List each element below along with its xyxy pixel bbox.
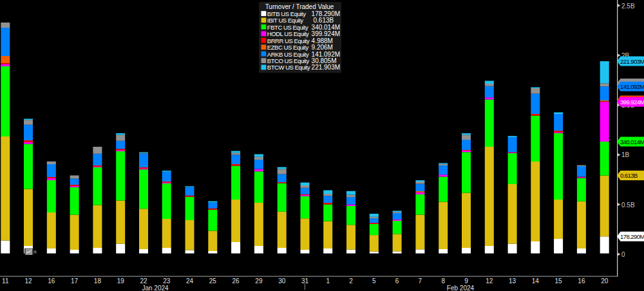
- svg-text:11: 11: [2, 277, 9, 285]
- svg-text:Jan 2024: Jan 2024: [142, 285, 169, 291]
- svg-text:178.290M: 178.290M: [312, 10, 340, 17]
- svg-text:EZBC US Equity: EZBC US Equity: [267, 44, 309, 51]
- svg-text:399.924M: 399.924M: [312, 30, 340, 37]
- svg-text:6: 6: [395, 277, 399, 285]
- svg-text:178.290M: 178.290M: [620, 233, 644, 240]
- svg-text:141.092M: 141.092M: [312, 51, 340, 58]
- svg-text:Turnover / Traded Value: Turnover / Traded Value: [265, 3, 334, 10]
- svg-text:221.903M: 221.903M: [312, 64, 340, 71]
- svg-text:4.988M: 4.988M: [312, 37, 333, 44]
- svg-text:20: 20: [601, 277, 609, 285]
- svg-text:13: 13: [509, 277, 516, 285]
- svg-text:1: 1: [326, 277, 330, 285]
- svg-text:9: 9: [464, 277, 468, 285]
- svg-text:30: 30: [278, 277, 286, 285]
- svg-text:17: 17: [71, 277, 79, 285]
- svg-text:18: 18: [94, 277, 102, 285]
- svg-text:BRRR US Equity: BRRR US Equity: [267, 37, 310, 44]
- svg-text:15: 15: [555, 277, 563, 285]
- svg-text:340.014M: 340.014M: [620, 138, 644, 146]
- svg-text:340.014M: 340.014M: [312, 24, 340, 31]
- svg-text:14: 14: [532, 277, 540, 285]
- svg-text:0: 0: [621, 251, 625, 258]
- svg-text:7: 7: [419, 277, 422, 285]
- svg-text:FBTC US Equity: FBTC US Equity: [267, 24, 308, 31]
- svg-text:26: 26: [232, 277, 240, 285]
- svg-text:0.613B: 0.613B: [620, 172, 638, 179]
- svg-text:12: 12: [24, 277, 32, 285]
- svg-text:399.924M: 399.924M: [620, 99, 644, 106]
- svg-text:2.5B: 2.5B: [621, 3, 635, 10]
- svg-text:19: 19: [117, 277, 125, 285]
- svg-text:1B: 1B: [621, 151, 630, 158]
- svg-text:BITB US Equity: BITB US Equity: [267, 10, 306, 17]
- svg-text:22: 22: [140, 277, 147, 285]
- svg-text:16: 16: [578, 277, 585, 285]
- svg-text:HODL US Equity: HODL US Equity: [267, 30, 309, 37]
- svg-text:ARKB US Equity: ARKB US Equity: [267, 51, 309, 58]
- svg-text:IBIT US Equity: IBIT US Equity: [267, 17, 304, 24]
- svg-text:31: 31: [301, 277, 309, 285]
- svg-text:0.5B: 0.5B: [621, 202, 635, 209]
- svg-text:2: 2: [349, 277, 353, 285]
- svg-text:5: 5: [372, 277, 376, 285]
- svg-text:BTCO US Equity: BTCO US Equity: [267, 57, 310, 64]
- svg-text:141.092M: 141.092M: [620, 83, 644, 90]
- svg-text:0.613B: 0.613B: [314, 17, 334, 24]
- svg-text:16: 16: [48, 277, 55, 285]
- svg-text:BTCW US Equity: BTCW US Equity: [267, 64, 310, 71]
- svg-text:29: 29: [255, 277, 263, 285]
- svg-text:221.903M: 221.903M: [620, 58, 644, 65]
- svg-text:Feb 2024: Feb 2024: [447, 285, 475, 291]
- svg-text:9.206M: 9.206M: [312, 44, 333, 51]
- svg-text:25: 25: [209, 277, 217, 285]
- svg-text:30.805M: 30.805M: [312, 57, 337, 64]
- svg-text:12: 12: [486, 277, 493, 285]
- svg-text:23: 23: [163, 277, 171, 285]
- svg-text:24: 24: [186, 277, 194, 285]
- svg-text:8: 8: [441, 277, 445, 285]
